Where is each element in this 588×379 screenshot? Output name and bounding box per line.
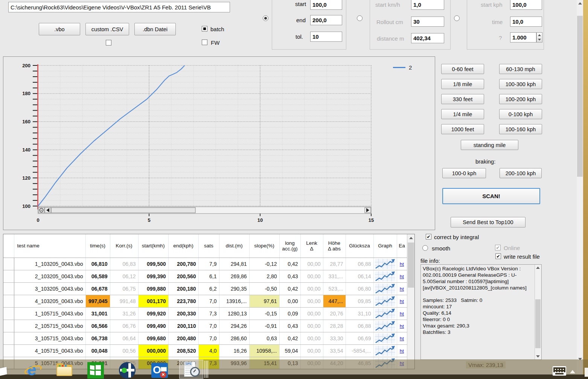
cell-glueck[interactable]: 09,85 — [346, 295, 373, 307]
result-link[interactable]: ht — [400, 311, 404, 317]
cell-hoehe[interactable]: 28,28 — [323, 320, 346, 332]
q-spinner-buttons[interactable] — [536, 32, 542, 42]
result-link[interactable]: ht — [400, 348, 404, 354]
row-selector-cell[interactable] — [3, 270, 14, 282]
graph-cell-icon[interactable] — [373, 307, 397, 320]
scan-button[interactable]: SCAN! — [442, 188, 540, 204]
table-row[interactable]: 4_105715_0043.vbo00,04800,56000,000208,5… — [3, 344, 407, 357]
file-info-scroll-thumb[interactable] — [535, 299, 541, 348]
cell-start[interactable]: 099,500 — [138, 258, 168, 270]
cell-glueck[interactable]: 06,88 — [346, 320, 373, 332]
cell-glueck[interactable]: 06,69 — [346, 332, 373, 344]
results-table[interactable]: test nametime(s)Korr.(s)start(kmh)end(kp… — [3, 234, 407, 369]
link-cell[interactable]: ht — [397, 282, 407, 295]
table-row[interactable]: 3_105715_0043.vbo06,73806,64099,680200,4… — [3, 332, 407, 344]
cell-end[interactable]: 200,480 — [168, 332, 198, 344]
table-scroll-thumb[interactable] — [408, 243, 414, 288]
cell-acc[interactable]: 0,00 — [279, 295, 300, 307]
cell-korr[interactable]: 06,64 — [110, 332, 138, 344]
cell-hoehe[interactable]: 331,... — [323, 270, 346, 282]
file-info-scroll-down-icon[interactable] — [536, 355, 540, 358]
cell-start[interactable]: 099,390 — [138, 270, 168, 282]
table-row[interactable]: 1_103205_0043.vbo06,81006,83099,500200,7… — [3, 258, 407, 270]
perf-button-1-8-mile[interactable]: 1/8 mile — [441, 79, 484, 89]
cell-slope[interactable]: 10958,... — [249, 344, 279, 357]
cell-hoehe[interactable]: 33,30 — [323, 332, 346, 344]
row-selector-cell[interactable] — [3, 295, 14, 307]
result-link[interactable]: ht — [400, 286, 404, 292]
send-best-button[interactable]: Send Best to Top100 — [451, 217, 526, 227]
start-input[interactable] — [310, 0, 342, 10]
graph-cell-icon[interactable] — [373, 344, 397, 357]
column-header-dist-m[interactable]: dist.(m) — [219, 234, 249, 258]
cell-name[interactable]: 2_103205_0043.vbo — [14, 270, 85, 282]
graph-cell-icon[interactable] — [373, 258, 397, 270]
file-path-input[interactable] — [8, 2, 230, 12]
cell-acc[interactable]: 0,42 — [279, 332, 300, 344]
cell-start[interactable]: 000,000 — [138, 344, 168, 357]
perf-button-330-feet[interactable]: 330 feet — [441, 94, 484, 104]
cell-sats[interactable]: 7,9 — [198, 258, 219, 270]
window-scroll-thumb[interactable] — [577, 16, 583, 177]
graph-cell-icon[interactable] — [373, 270, 397, 282]
cell-end[interactable]: 200,110 — [168, 320, 198, 332]
cell-name[interactable]: 4_103205_0043.vbo — [14, 295, 85, 307]
cell-dist[interactable]: 13916,... — [219, 295, 249, 307]
cell-glueck[interactable]: 06,14 — [346, 270, 373, 282]
cell-dist[interactable]: 269,86 — [219, 270, 249, 282]
graph-cell-icon[interactable] — [373, 295, 397, 307]
cell-lenk[interactable]: 00,00 — [300, 258, 323, 270]
smooth-radio[interactable] — [422, 245, 428, 251]
cell-korr[interactable]: 06,75 — [110, 282, 138, 295]
cell-korr[interactable]: 991,48 — [110, 295, 138, 307]
cell-time[interactable]: 00,048 — [85, 344, 110, 357]
column-header-sats[interactable]: sats — [198, 234, 219, 258]
fw-checkbox[interactable] — [202, 39, 207, 45]
link-cell[interactable]: ht — [397, 307, 407, 320]
table-scroll-up-icon[interactable] — [409, 237, 413, 239]
column-header-gl-cksza[interactable]: Glücksza — [346, 234, 373, 258]
cell-sats[interactable]: 6,2 — [198, 282, 219, 295]
end-input[interactable] — [310, 15, 342, 25]
cell-dist[interactable]: 294,26 — [219, 320, 249, 332]
show-hidden-icons-icon[interactable] — [570, 370, 575, 373]
cell-glueck[interactable]: 06,80 — [346, 282, 373, 295]
cell-name[interactable]: 4_105715_0043.vbo — [14, 344, 85, 357]
cell-sats[interactable]: 7,0 — [198, 332, 219, 344]
q-spinner-input[interactable] — [510, 32, 536, 42]
cell-time[interactable]: 06,678 — [85, 282, 110, 295]
cell-start[interactable]: 099,490 — [138, 320, 168, 332]
cell-name[interactable]: 1_105715_0043.vbo — [14, 307, 85, 320]
distance-input[interactable] — [411, 33, 444, 43]
outlook-icon[interactable]: O ✕ — [151, 362, 168, 379]
cell-acc[interactable]: 0,42 — [279, 258, 300, 270]
perf-button-0-100-kph[interactable]: 0-100 kph — [499, 109, 542, 119]
cell-acc[interactable]: 0,09 — [279, 307, 300, 320]
column-header-test-name[interactable]: test name — [14, 234, 85, 258]
start-kph-input[interactable] — [510, 0, 542, 10]
cell-korr[interactable]: 06,76 — [110, 320, 138, 332]
row-selector-cell[interactable] — [3, 258, 14, 270]
link-cell[interactable]: ht — [397, 332, 407, 344]
cell-sats[interactable]: 4,0 — [198, 344, 219, 357]
cell-start[interactable]: 001,170 — [138, 295, 168, 307]
file-explorer-icon[interactable] — [56, 362, 73, 379]
cell-glueck[interactable]: -5854,... — [346, 344, 373, 357]
distance-mode-radio[interactable] — [357, 15, 363, 21]
rollout-input[interactable] — [411, 17, 444, 27]
q-spinner-up-icon[interactable] — [538, 34, 541, 36]
batch-checkbox[interactable] — [202, 26, 207, 32]
link-cell[interactable]: ht — [397, 320, 407, 332]
column-header-selector[interactable] — [3, 234, 14, 258]
cell-slope[interactable]: 0,63 — [249, 332, 279, 344]
result-link[interactable]: ht — [400, 274, 404, 279]
row-selector-cell[interactable] — [3, 282, 14, 295]
table-scrollbar[interactable] — [407, 234, 414, 369]
perf-button-1-4-mile[interactable]: 1/4 mile — [441, 109, 484, 119]
cell-slope[interactable]: 97,61 — [249, 295, 279, 307]
row-selector-cell[interactable] — [3, 307, 14, 320]
cell-korr[interactable]: 06,12 — [110, 270, 138, 282]
cell-time[interactable]: 06,738 — [85, 332, 110, 344]
column-header-end-kph[interactable]: end(kph) — [168, 234, 198, 258]
cell-end[interactable]: 200,180 — [168, 282, 198, 295]
